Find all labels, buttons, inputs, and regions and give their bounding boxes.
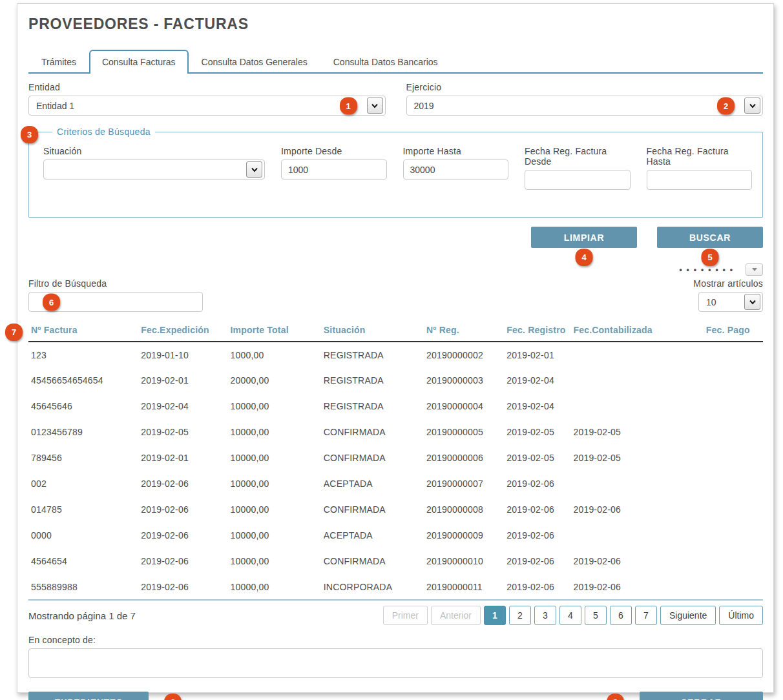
table-cell: 2019-02-06 (141, 471, 230, 497)
table-row[interactable]: 0022019-02-0610000,00ACEPTADA20190000007… (28, 471, 763, 497)
page-button-anterior[interactable]: Anterior (431, 606, 481, 625)
col-fec-contabilizada[interactable]: Fec.Contabilizada (573, 322, 705, 342)
annotation-badge-7: 7 (5, 324, 23, 341)
page-summary: Mostrando página 1 de 7 (28, 610, 136, 621)
table-cell (573, 522, 705, 548)
table-cell: CONFIRMADA (324, 419, 426, 445)
concepto-label: En concepto de: (28, 635, 763, 645)
table-cell: 789456 (28, 445, 141, 471)
table-cell (573, 367, 705, 393)
tab-tramites[interactable]: Trámites (28, 50, 89, 72)
importe-hasta-label: Importe Hasta (403, 146, 509, 156)
search-criteria-legend: Criterios de Búsqueda (52, 127, 155, 137)
col-situacion[interactable]: Situación (324, 322, 426, 342)
table-cell: 10000,00 (231, 445, 324, 471)
annotation-badge-2: 2 (717, 97, 735, 114)
page-button-siguiente[interactable]: Siguiente (660, 606, 716, 625)
table-cell: INCORPORADA (324, 574, 426, 600)
limpiar-button[interactable]: LIMPIAR (531, 227, 637, 248)
importe-desde-input[interactable] (281, 160, 387, 180)
table-cell: 2019-01-10 (141, 342, 230, 367)
fecha-hasta-input[interactable] (647, 170, 753, 190)
table-cell: REGISTRADA (324, 393, 426, 419)
collapsed-options-dots: •••••••• (679, 267, 737, 273)
table-row[interactable]: 00002019-02-0610000,00ACEPTADA2019000000… (28, 522, 763, 548)
table-row[interactable]: 5558899882019-02-0610000,00INCORPORADA20… (28, 574, 763, 600)
cerrar-button[interactable]: CERRAR (640, 692, 763, 700)
table-cell: 10000,00 (231, 471, 324, 497)
col-fec-registro[interactable]: Fec. Registro (506, 322, 573, 342)
page-button-7[interactable]: 7 (635, 606, 657, 625)
table-cell (573, 471, 705, 497)
mostrar-articulos-value: 10 (706, 297, 716, 307)
col-importe-total[interactable]: Importe Total (231, 322, 324, 342)
table-cell (706, 445, 763, 471)
table-row[interactable]: 01234567892019-02-0510000,00CONFIRMADA20… (28, 419, 763, 445)
tab-consulta-facturas[interactable]: Consulta Facturas (89, 50, 189, 74)
table-cell: 2019-02-06 (141, 548, 230, 574)
table-cell: ACEPTADA (324, 522, 426, 548)
table-row[interactable]: 1232019-01-101000,00REGISTRADA2019000000… (28, 342, 763, 367)
options-dropdown-button[interactable] (746, 263, 763, 276)
table-cell: 4564654 (28, 548, 141, 574)
mostrar-articulos-label: Mostrar artículos (693, 278, 763, 289)
page-button-3[interactable]: 3 (534, 606, 556, 625)
expedientes-button[interactable]: EXPEDIENTES (28, 692, 149, 700)
tab-consulta-datos-generales[interactable]: Consulta Datos Generales (189, 50, 320, 72)
table-row[interactable]: 45646542019-02-0610000,00CONFIRMADA20190… (28, 548, 763, 574)
page-button-6[interactable]: 6 (610, 606, 632, 625)
fecha-desde-input[interactable] (525, 170, 631, 190)
table-row[interactable]: 454566546546542019-02-0120000,00REGISTRA… (28, 367, 763, 393)
table-cell: 2019-02-05 (573, 419, 705, 445)
annotation-badge-6: 6 (43, 293, 60, 311)
table-cell (706, 367, 763, 393)
table-cell: 2019-02-06 (141, 522, 230, 548)
table-cell: 45645646 (28, 393, 141, 419)
table-cell (706, 574, 763, 600)
table-cell: 2019-02-06 (573, 497, 705, 522)
table-cell: 20190000006 (426, 445, 506, 471)
table-cell (573, 342, 705, 367)
page-button-1[interactable]: 1 (484, 606, 506, 625)
ejercicio-select[interactable]: 2019 (406, 96, 764, 116)
buscar-button[interactable]: BUSCAR (657, 227, 763, 248)
table-cell: CONFIRMADA (324, 497, 426, 522)
table-row[interactable]: 0147852019-02-0610000,00CONFIRMADA201900… (28, 497, 763, 522)
page-button-primer[interactable]: Primer (383, 606, 428, 625)
importe-hasta-input[interactable] (403, 160, 509, 180)
page-button-4[interactable]: 4 (559, 606, 581, 625)
page-button-2[interactable]: 2 (509, 606, 531, 625)
table-cell: 10000,00 (231, 574, 324, 600)
situacion-select[interactable] (43, 160, 265, 180)
mostrar-articulos-select[interactable]: 10 (698, 292, 763, 312)
table-header-row: Nº Factura Fec.Expedición Importe Total … (28, 322, 763, 342)
table-cell: 2019-02-01 (141, 367, 230, 393)
chevron-down-icon[interactable] (367, 98, 383, 114)
table-cell: 10000,00 (231, 522, 324, 548)
col-n-reg[interactable]: Nº Reg. (426, 322, 506, 342)
page-button-5[interactable]: 5 (585, 606, 607, 625)
table-cell: 123 (28, 342, 141, 367)
table-row[interactable]: 7894562019-02-0110000,00CONFIRMADA201900… (28, 445, 763, 471)
concepto-textarea[interactable] (28, 648, 763, 678)
col-fec-pago[interactable]: Fec. Pago (706, 322, 763, 342)
chevron-down-icon[interactable] (246, 161, 262, 178)
col-fec-expedicion[interactable]: Fec.Expedición (141, 322, 230, 342)
table-cell: 1000,00 (231, 342, 324, 367)
entidad-select[interactable]: Entidad 1 (28, 96, 386, 116)
table-row[interactable]: 456456462019-02-0410000,00REGISTRADA2019… (28, 393, 763, 419)
table-cell (706, 548, 763, 574)
search-criteria-fieldset: Criterios de Búsqueda Situación Importe … (28, 127, 763, 218)
pagination-controls: PrimerAnterior1234567SiguienteÚltimo (380, 606, 763, 625)
tab-consulta-datos-bancarios[interactable]: Consulta Datos Bancarios (320, 50, 451, 72)
table-cell: 2019-02-06 (506, 522, 573, 548)
col-n-factura[interactable]: Nº Factura (28, 322, 141, 342)
table-cell (706, 342, 763, 367)
table-cell: 2019-02-06 (573, 548, 705, 574)
chevron-down-icon[interactable] (744, 294, 760, 310)
chevron-down-icon[interactable] (744, 98, 760, 114)
entidad-label: Entidad (28, 82, 386, 92)
table-cell: 20190000003 (426, 367, 506, 393)
page-button-último[interactable]: Último (719, 606, 763, 625)
table-cell (573, 393, 705, 419)
